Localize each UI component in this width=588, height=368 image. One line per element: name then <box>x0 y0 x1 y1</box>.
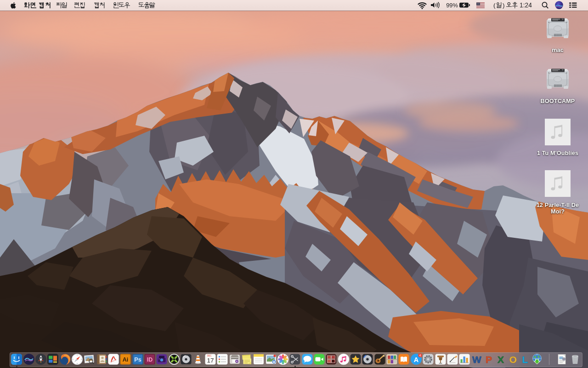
svg-text:): ) <box>503 2 505 9</box>
svg-text:17: 17 <box>207 357 214 364</box>
svg-text:X: X <box>498 354 504 365</box>
svg-text:1:24: 1:24 <box>520 2 532 9</box>
svg-text:O: O <box>509 354 516 365</box>
svg-text:Ps: Ps <box>134 356 141 363</box>
svg-text:A: A <box>414 356 419 363</box>
svg-text:P: P <box>486 354 492 365</box>
svg-text:99%: 99% <box>446 2 458 9</box>
svg-text:W: W <box>472 354 481 365</box>
svg-text:ID: ID <box>147 356 153 363</box>
svg-text:Ai: Ai <box>123 356 129 363</box>
svg-text:(: ( <box>493 2 496 9</box>
svg-text:L: L <box>522 354 528 365</box>
svg-text:4: 4 <box>419 354 421 357</box>
